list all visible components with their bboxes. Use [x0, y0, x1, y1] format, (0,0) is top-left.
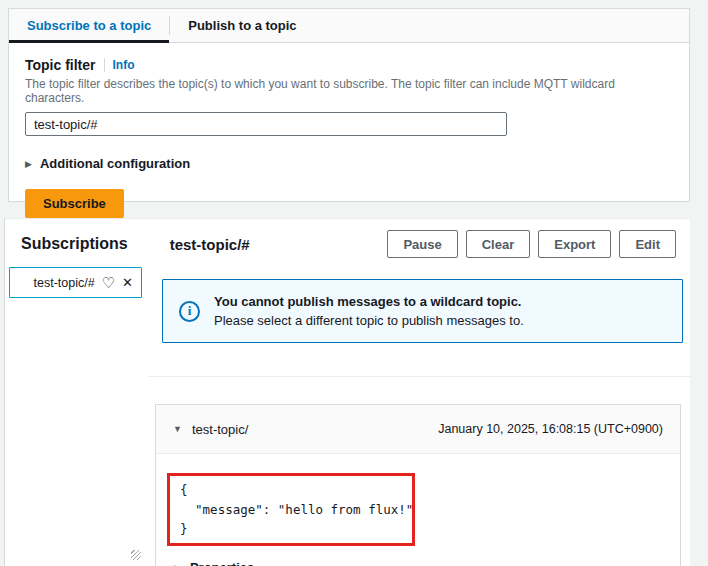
section-divider — [149, 376, 691, 377]
message-topic-expander[interactable]: ▼ test-topic/ — [173, 422, 248, 437]
topic-filter-input[interactable] — [25, 112, 507, 136]
topic-filter-label: Topic filter — [25, 57, 96, 73]
payload-annotation-box: { "message": "hello from flux!" } — [167, 473, 415, 546]
message-card-header[interactable]: ▼ test-topic/ January 10, 2025, 16:08:15… — [156, 405, 680, 454]
chevron-right-icon: ▶ — [174, 563, 181, 566]
subscribe-form: Topic filter Info The topic filter descr… — [9, 43, 689, 232]
edit-button[interactable]: Edit — [619, 230, 676, 258]
close-icon[interactable]: ✕ — [122, 276, 133, 289]
label-separator — [104, 58, 105, 72]
subscribe-card: Subscribe to a topic Publish to a topic … — [8, 8, 690, 202]
message-timestamp: January 10, 2025, 16:08:15 (UTC+0900) — [438, 422, 663, 436]
tab-publish-to-a-topic[interactable]: Publish to a topic — [170, 9, 314, 42]
favorite-heart-icon[interactable]: ♡ — [102, 275, 115, 290]
info-link[interactable]: Info — [113, 58, 135, 72]
subscription-item-label: test-topic/# — [34, 276, 95, 290]
additional-configuration-label: Additional configuration — [40, 156, 190, 171]
properties-expander[interactable]: ▶ Properties — [174, 560, 254, 566]
subscription-list-item[interactable]: test-topic/# ♡ ✕ — [9, 267, 142, 298]
alert-title: You cannot publish messages to a wildcar… — [214, 292, 524, 312]
subscribe-button[interactable]: Subscribe — [25, 189, 124, 218]
properties-label: Properties — [190, 560, 254, 566]
subscriptions-panel: Subscriptions test-topic/# Pause Clear E… — [4, 218, 690, 566]
clear-button[interactable]: Clear — [466, 230, 531, 258]
topic-filter-description: The topic filter describes the topic(s) … — [25, 77, 673, 105]
message-card: ▼ test-topic/ January 10, 2025, 16:08:15… — [155, 404, 681, 566]
tab-subscribe-to-a-topic[interactable]: Subscribe to a topic — [9, 9, 169, 42]
chevron-right-icon: ▶ — [25, 159, 32, 169]
additional-configuration-expander[interactable]: ▶ Additional configuration — [25, 156, 673, 171]
subscription-content: i You cannot publish messages to a wildc… — [151, 259, 691, 566]
message-payload: { "message": "hello from flux!" } — [170, 480, 413, 538]
message-card-body: { "message": "hello from flux!" } ▶ Prop… — [156, 454, 680, 566]
export-button[interactable]: Export — [538, 230, 611, 258]
subscriptions-toolbar: Pause Clear Export Edit — [387, 230, 676, 258]
alert-message: Please select a different topic to publi… — [214, 311, 524, 331]
tab-subscribe-label: Subscribe to a topic — [27, 18, 151, 33]
selected-topic-title: test-topic/# — [170, 236, 250, 253]
mqtt-test-client-page: Subscribe to a topic Publish to a topic … — [0, 0, 708, 566]
tabstrip: Subscribe to a topic Publish to a topic — [9, 9, 689, 43]
message-topic: test-topic/ — [192, 422, 248, 437]
tab-publish-label: Publish to a topic — [188, 18, 296, 33]
topic-filter-label-row: Topic filter Info — [25, 57, 673, 73]
pause-button[interactable]: Pause — [387, 230, 457, 258]
alert-text: You cannot publish messages to a wildcar… — [214, 292, 524, 331]
sidebar-resize-handle[interactable] — [131, 550, 141, 560]
wildcard-info-alert: i You cannot publish messages to a wildc… — [162, 279, 683, 343]
chevron-down-icon: ▼ — [173, 424, 182, 434]
info-icon: i — [179, 301, 200, 322]
subscriptions-heading: Subscriptions — [21, 235, 128, 253]
